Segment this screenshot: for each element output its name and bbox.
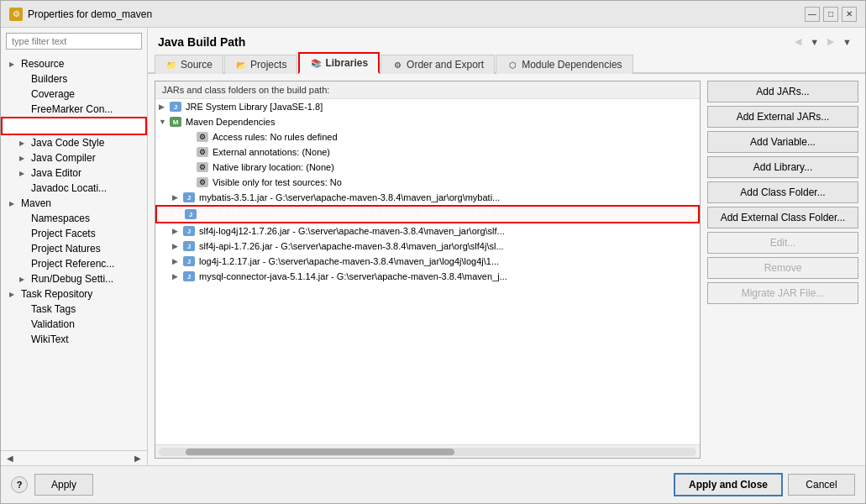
action-buttons: Add JARs...Add External JARs...Add Varia…: [707, 81, 858, 459]
minimize-button[interactable]: —: [805, 7, 820, 22]
tree-item-slf4j-api[interactable]: ▶Jslf4j-api-1.7.26.jar - G:\server\apach…: [155, 239, 700, 254]
sidebar-item-java-code-style[interactable]: ▶Java Code Style: [1, 135, 147, 150]
add-ext-class-folder-button[interactable]: Add External Class Folder...: [707, 207, 858, 228]
item-icon-junit: J: [184, 208, 197, 220]
tree-item-mysql-connector[interactable]: ▶Jmysql-connector-java-5.1.14.jar - G:\s…: [155, 269, 700, 284]
sidebar-item-label-resource: Resource: [21, 58, 64, 70]
filter-input[interactable]: [6, 33, 142, 50]
sidebar-item-freemarker[interactable]: FreeMarker Con...: [1, 102, 147, 117]
sidebar-item-coverage[interactable]: Coverage: [1, 87, 147, 102]
back-button[interactable]: ◀: [791, 34, 805, 49]
tab-projects[interactable]: 📂Projects: [224, 55, 297, 74]
item-text-slf4j-api: slf4j-api-1.7.26.jar - G:\server\apache-…: [199, 241, 504, 251]
tree-content[interactable]: ▶JJRE System Library [JavaSE-1.8]▼MMaven…: [155, 99, 700, 444]
sidebar-item-label-project-natures: Project Natures: [31, 243, 101, 255]
sidebar-item-run-debug[interactable]: ▶Run/Debug Setti...: [1, 271, 147, 286]
horizontal-scrollbar[interactable]: [159, 448, 696, 456]
apply-button[interactable]: Apply: [34, 474, 93, 496]
right-panel: Java Build Path ◀ ▼ ▶ ▼ 📁Source📂Projects…: [148, 28, 865, 465]
help-button[interactable]: ?: [11, 476, 28, 493]
tree-item-maven-deps[interactable]: ▼MMaven Dependencies: [155, 114, 700, 129]
sidebar-item-label-validation: Validation: [31, 318, 75, 330]
tree-item-access-rules[interactable]: ⚙Access rules: No rules defined: [155, 129, 700, 144]
arrow-icon-maven: ▶: [9, 200, 18, 207]
item-icon-native-lib: ⚙: [196, 161, 209, 173]
tab-libraries[interactable]: 📚Libraries: [298, 52, 380, 74]
sidebar-item-label-builders: Builders: [31, 73, 67, 85]
tab-icon-source: 📁: [165, 59, 177, 71]
forward-button[interactable]: ▶: [824, 34, 837, 49]
sidebar-item-label-java-code-style: Java Code Style: [31, 137, 104, 149]
tree-item-ext-annotations[interactable]: ⚙External annotations: (None): [155, 144, 700, 160]
sidebar-item-label-project-reference: Project Referenc...: [31, 258, 114, 270]
dropdown-button[interactable]: ▼: [806, 35, 822, 49]
tree-item-slf4j-log4j[interactable]: ▶Jslf4j-log4j12-1.7.26.jar - G:\server\a…: [155, 223, 700, 239]
sidebar-item-wikitext[interactable]: WikiText: [1, 332, 147, 347]
content-area: JARs and class folders on the build path…: [148, 74, 865, 465]
tab-order-export[interactable]: ⚙Order and Export: [381, 55, 495, 74]
tree-item-native-lib[interactable]: ⚙Native library location: (None): [155, 160, 700, 175]
tree-item-mybatis[interactable]: ▶Jmybatis-3.5.1.jar - G:\server\apache-m…: [155, 190, 700, 205]
bottom-bar: ? Apply Apply and Close Cancel: [1, 465, 865, 503]
sidebar-item-namespaces[interactable]: Namespaces: [1, 211, 147, 226]
apply-close-button[interactable]: Apply and Close: [674, 473, 783, 496]
sidebar-item-label-run-debug: Run/Debug Setti...: [31, 273, 113, 285]
tree-item-junit[interactable]: ▶Jjunit-4.12.jar - G:\server\apache-mave…: [155, 205, 700, 223]
sidebar-item-resource[interactable]: ▶Resource: [1, 56, 147, 71]
item-text-slf4j-log4j: slf4j-log4j12-1.7.26.jar - G:\server\apa…: [199, 226, 505, 236]
sidebar: ▶ResourceBuildersCoverageFreeMarker Con.…: [1, 28, 148, 465]
item-icon-log4j: J: [182, 255, 196, 267]
cancel-button[interactable]: Cancel: [788, 474, 855, 496]
tab-source[interactable]: 📁Source: [155, 55, 223, 74]
scrollbar-area: [155, 444, 700, 458]
item-text-maven-deps: Maven Dependencies: [186, 117, 275, 127]
scroll-right-button[interactable]: ▶: [132, 453, 144, 464]
add-library-button[interactable]: Add Library...: [707, 156, 858, 178]
add-ext-jars-button[interactable]: Add External JARs...: [707, 106, 858, 128]
sidebar-item-java-editor[interactable]: ▶Java Editor: [1, 165, 147, 181]
sidebar-item-javadoc-loc[interactable]: Javadoc Locati...: [1, 181, 147, 196]
migrate-jar-button: Migrate JAR File...: [707, 282, 858, 304]
item-text-mysql-connector: mysql-connector-java-5.1.14.jar - G:\ser…: [199, 271, 507, 281]
sidebar-item-label-project-facets: Project Facets: [31, 228, 96, 239]
tab-icon-libraries: 📚: [310, 57, 322, 69]
sidebar-item-project-reference[interactable]: Project Referenc...: [1, 256, 147, 271]
tree-item-visible-test[interactable]: ⚙Visible only for test sources: No: [155, 175, 700, 190]
sidebar-tree: ▶ResourceBuildersCoverageFreeMarker Con.…: [1, 55, 147, 450]
sidebar-item-builders[interactable]: Builders: [1, 71, 147, 87]
bottom-right: Apply and Close Cancel: [674, 473, 855, 496]
tab-module-deps[interactable]: ⬡Module Dependencies: [496, 55, 632, 74]
sidebar-item-java-build-path[interactable]: Java Build Path: [1, 117, 147, 135]
sidebar-item-label-namespaces: Namespaces: [31, 213, 90, 224]
close-button[interactable]: ✕: [842, 7, 857, 22]
tab-icon-module-deps: ⬡: [506, 59, 518, 71]
add-variable-button[interactable]: Add Variable...: [707, 131, 858, 153]
tree-item-jre-system[interactable]: ▶JJRE System Library [JavaSE-1.8]: [155, 99, 700, 114]
tree-panel: JARs and class folders on the build path…: [155, 81, 701, 459]
item-text-access-rules: Access rules: No rules defined: [213, 132, 338, 142]
sidebar-item-project-natures[interactable]: Project Natures: [1, 241, 147, 256]
add-jars-button[interactable]: Add JARs...: [707, 81, 858, 102]
sidebar-item-maven[interactable]: ▶Maven: [1, 196, 147, 211]
sidebar-item-project-facets[interactable]: Project Facets: [1, 226, 147, 241]
forward-dropdown-button[interactable]: ▼: [839, 35, 855, 49]
add-class-folder-button[interactable]: Add Class Folder...: [707, 181, 858, 203]
sidebar-item-task-repository[interactable]: ▶Task Repository: [1, 286, 147, 302]
arrow-icon-task-repository: ▶: [9, 291, 18, 298]
tree-item-log4j[interactable]: ▶Jlog4j-1.2.17.jar - G:\server\apache-ma…: [155, 254, 700, 269]
expand-icon-jre-system: ▶: [159, 102, 169, 111]
sidebar-item-validation[interactable]: Validation: [1, 317, 147, 332]
item-text-ext-annotations: External annotations: (None): [213, 147, 330, 157]
sidebar-item-task-tags[interactable]: Task Tags: [1, 302, 147, 317]
tab-label-projects: Projects: [250, 59, 286, 71]
arrow-icon-run-debug: ▶: [19, 276, 28, 283]
sidebar-item-java-compiler[interactable]: ▶Java Compiler: [1, 150, 147, 165]
header-nav: ◀ ▼ ▶ ▼: [791, 34, 855, 49]
sidebar-item-label-task-repository: Task Repository: [21, 288, 92, 300]
sidebar-scroll-area: ◀ ▶: [1, 450, 147, 465]
maximize-button[interactable]: □: [823, 7, 838, 22]
main-content: ▶ResourceBuildersCoverageFreeMarker Con.…: [1, 28, 865, 465]
scroll-left-button[interactable]: ◀: [4, 453, 16, 464]
tabs-bar: 📁Source📂Projects📚Libraries⚙Order and Exp…: [148, 52, 865, 74]
expand-icon-junit: ▶: [174, 210, 184, 218]
